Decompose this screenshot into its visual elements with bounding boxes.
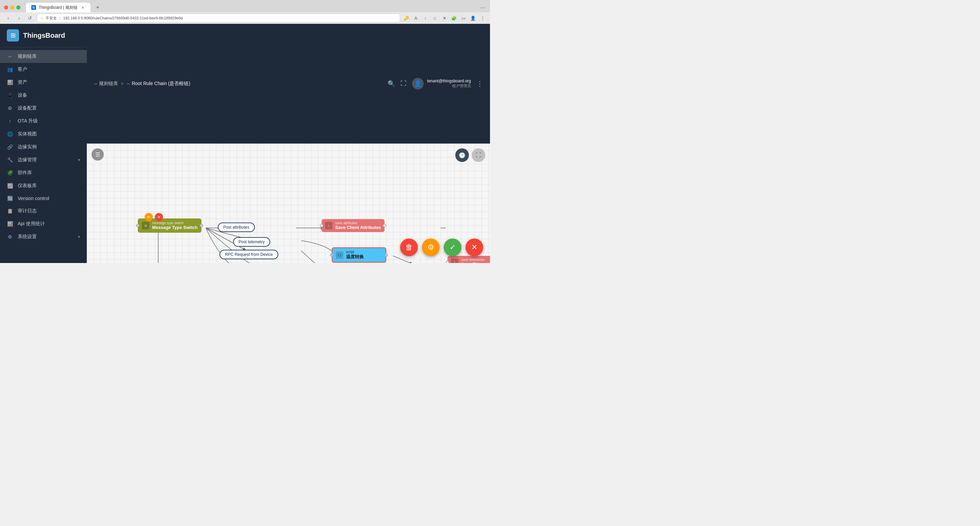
script-node[interactable]: ⬡ script 温度转换 xyxy=(332,247,386,263)
switch-edit-button[interactable]: ✏ xyxy=(145,213,153,221)
share-icon[interactable]: ↑ xyxy=(422,14,429,21)
fullscreen-button[interactable]: ⛶ xyxy=(401,80,407,87)
save-timeseries-port-left xyxy=(446,261,449,263)
traffic-light-yellow[interactable] xyxy=(10,5,14,10)
hamburger-icon: ☰ xyxy=(95,151,100,158)
sidebar-label-dashboards: 仪表板库 xyxy=(18,183,80,189)
profile-icon[interactable]: 👤 xyxy=(469,14,476,21)
sidebar-item-version-control[interactable]: 🔄 Version control xyxy=(0,192,87,205)
save-attributes-text: save attributes Save Client Attributes xyxy=(335,221,381,230)
script-node-icon: ⬡ xyxy=(336,251,343,259)
canvas-menu-toggle[interactable]: ☰ xyxy=(92,148,104,161)
breadcrumb-rule-chains[interactable]: ↔ 规则链库 xyxy=(94,81,118,87)
sidebar-item-edge-management[interactable]: 🔧 边缘管理 ▾ xyxy=(0,153,87,166)
save-timeseries-text: save timeseries Save Timeseries xyxy=(461,258,490,263)
breadcrumb-separator: > xyxy=(121,81,124,86)
sidebar: ⊞ ThingsBoard ↔ 规则链库 👥 客户 📊 资产 📱 设备 ⚙ xyxy=(0,24,87,263)
save-attributes-type: save attributes xyxy=(335,221,381,225)
address-url: 192.168.0.5:8080/ruleChains/276609d0-543… xyxy=(63,16,183,20)
sidebar-label-system-settings: 系统设置 xyxy=(18,234,73,240)
save-attributes-node[interactable]: ↑ save attributes Save Client Attributes xyxy=(321,219,385,232)
user-info: 👤 tenant@thingsboard.org 租户管理员 xyxy=(412,78,471,89)
forward-button[interactable]: › xyxy=(15,14,23,22)
switch-node-name: Message Type Switch xyxy=(152,225,197,230)
cancel-icon: ✕ xyxy=(471,243,477,252)
ota-icon: ↑ xyxy=(7,118,13,124)
trash-icon: 🗑 xyxy=(405,243,413,252)
new-tab-button[interactable]: + xyxy=(93,3,102,12)
sidebar-item-customers[interactable]: 👥 客户 xyxy=(0,63,87,76)
post-telemetry-label[interactable]: Post telemetry xyxy=(233,237,270,247)
save-timeseries-action[interactable]: ↑ save timeseries Save Timeseries xyxy=(447,256,490,263)
save-timeseries-icon: ↑ xyxy=(451,259,458,263)
breadcrumb-arrow-left: ↔ xyxy=(94,81,98,86)
sidebar-item-widgets[interactable]: 🧩 部件库 xyxy=(0,166,87,179)
save-attributes-port-right xyxy=(383,224,386,227)
sidebar-item-entity-view[interactable]: 🌐 实体视图 xyxy=(0,127,87,140)
post-attributes-label[interactable]: Post attributes xyxy=(218,222,255,232)
dashboards-icon: 📈 xyxy=(7,183,13,189)
user-avatar[interactable]: 👤 xyxy=(412,78,424,89)
expand-button[interactable]: ⛶ xyxy=(472,148,485,162)
save-timeseries-node[interactable]: ↑ save timeseries Save Timeseries xyxy=(447,256,490,263)
refresh-button[interactable]: ↺ xyxy=(26,14,34,22)
address-bar[interactable]: ⚠ 不安全 | 192.168.0.5:8080/ruleChains/2766… xyxy=(37,14,400,22)
switch-node-container[interactable]: ✏ ✕ ≡ message type switch Message Type S… xyxy=(138,218,202,233)
fab-delete-button[interactable]: 🗑 xyxy=(400,238,418,256)
sidebar-item-ota[interactable]: ↑ OTA 升级 xyxy=(0,114,87,127)
top-nav-actions: 🔍 ⛶ 👤 tenant@thingsboard.org 租户管理员 ⋮ xyxy=(388,78,483,89)
traffic-light-red[interactable] xyxy=(4,5,8,10)
traffic-light-green[interactable] xyxy=(16,5,21,10)
sidebar-item-dashboards[interactable]: 📈 仪表板库 xyxy=(0,179,87,192)
post-attributes-connector[interactable]: Post attributes xyxy=(218,222,255,232)
more-menu-button[interactable]: ⋮ xyxy=(476,79,483,88)
more-options[interactable]: ⋮ xyxy=(479,14,486,21)
breadcrumb: ↔ 规则链库 > ↔ Root Rule Chain (是否根链) xyxy=(94,81,190,87)
sidebar-toggle[interactable]: ▭ xyxy=(460,14,467,21)
fab-confirm-button[interactable]: ✓ xyxy=(444,238,461,256)
search-button[interactable]: 🔍 xyxy=(388,80,395,87)
sidebar-item-api-usage[interactable]: 📊 Api 使用统计 xyxy=(0,218,87,230)
switch-port-left xyxy=(136,224,140,227)
bookmark-icon[interactable]: ☆ xyxy=(431,14,438,21)
key-icon[interactable]: 🔑 xyxy=(403,14,410,21)
sidebar-label-ota: OTA 升级 xyxy=(18,118,80,124)
switch-delete-button[interactable]: ✕ xyxy=(155,213,163,221)
sidebar-label-edge-instances: 边缘实例 xyxy=(18,144,80,150)
switch-node-text: message type switch Message Type Switch xyxy=(152,221,197,230)
success-label: Success xyxy=(414,262,430,263)
audit-log-icon: 📋 xyxy=(7,208,13,214)
rule-chain-canvas[interactable]: ☰ 🕐 ⛶ Failure / Success xyxy=(87,144,490,263)
sidebar-item-audit-log[interactable]: 📋 审计日志 xyxy=(0,205,87,218)
browser-tab[interactable]: ⊞ ThingsBoard | 规则链 ✕ xyxy=(26,3,91,12)
script-node-container[interactable]: ⬡ script 温度转换 xyxy=(332,247,386,263)
translate-icon[interactable]: A xyxy=(412,14,419,21)
sidebar-item-devices[interactable]: 📱 设备 xyxy=(0,89,87,102)
save-timeseries-name: Save Timeseries xyxy=(461,262,490,263)
extension-icon[interactable]: 🧩 xyxy=(450,14,457,21)
top-nav: ↔ 规则链库 > ↔ Root Rule Chain (是否根链) 🔍 ⛶ 👤 … xyxy=(87,24,490,144)
breadcrumb-root-chain[interactable]: ↔ Root Rule Chain (是否根链) xyxy=(126,81,190,87)
script-node-text: script 温度转换 xyxy=(346,250,364,260)
fab-cancel-button[interactable]: ✕ xyxy=(466,238,483,256)
tab-close-button[interactable]: ✕ xyxy=(80,5,85,10)
sidebar-item-assets[interactable]: 📊 资产 xyxy=(0,76,87,89)
sidebar-item-edge-instances[interactable]: 🔗 边缘实例 xyxy=(0,140,87,153)
sidebar-item-device-profiles[interactable]: ⚙ 设备配置 xyxy=(0,102,87,114)
sidebar-item-system-settings[interactable]: ⚙ 系统设置 ▾ xyxy=(0,230,87,243)
post-telemetry-connector[interactable]: Post telemetry xyxy=(233,237,270,247)
sidebar-label-api-usage: Api 使用统计 xyxy=(18,221,80,227)
history-button[interactable]: 🕐 xyxy=(455,148,469,162)
widgets-icon: 🧩 xyxy=(7,170,13,176)
sidebar-item-rule-chains[interactable]: ↔ 规则链库 xyxy=(0,50,87,63)
back-button[interactable]: ‹ xyxy=(4,14,12,22)
switch-node-icon: ≡ xyxy=(142,222,150,229)
fab-settings-button[interactable]: ⚙ xyxy=(422,238,440,256)
browser-minimize[interactable]: ⋯ xyxy=(479,4,486,11)
rpc-from-device-label[interactable]: RPC Request from Device xyxy=(220,250,278,259)
save-attributes-action[interactable]: ↑ save attributes Save Client Attributes xyxy=(321,219,385,232)
sidebar-label-assets: 资产 xyxy=(18,79,80,86)
close-icon[interactable]: ✕ xyxy=(441,14,448,21)
api-usage-icon: 📊 xyxy=(7,221,13,227)
rpc-from-device-connector[interactable]: RPC Request from Device xyxy=(220,250,278,259)
